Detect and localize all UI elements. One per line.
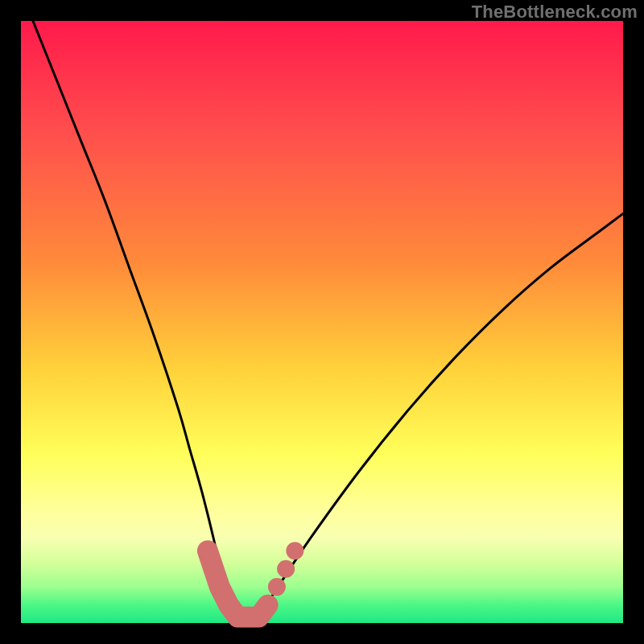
- chart-frame: TheBottleneck.com: [0, 0, 644, 644]
- svg-point-8: [277, 560, 295, 578]
- bottleneck-curve: [33, 21, 623, 625]
- chart-svg: [21, 21, 623, 623]
- marker-dots: [199, 542, 303, 625]
- svg-point-0: [199, 542, 217, 559]
- svg-point-9: [286, 542, 303, 559]
- svg-point-7: [268, 578, 286, 596]
- svg-point-1: [211, 578, 229, 596]
- watermark-text: TheBottleneck.com: [472, 2, 638, 23]
- svg-point-6: [259, 597, 277, 614]
